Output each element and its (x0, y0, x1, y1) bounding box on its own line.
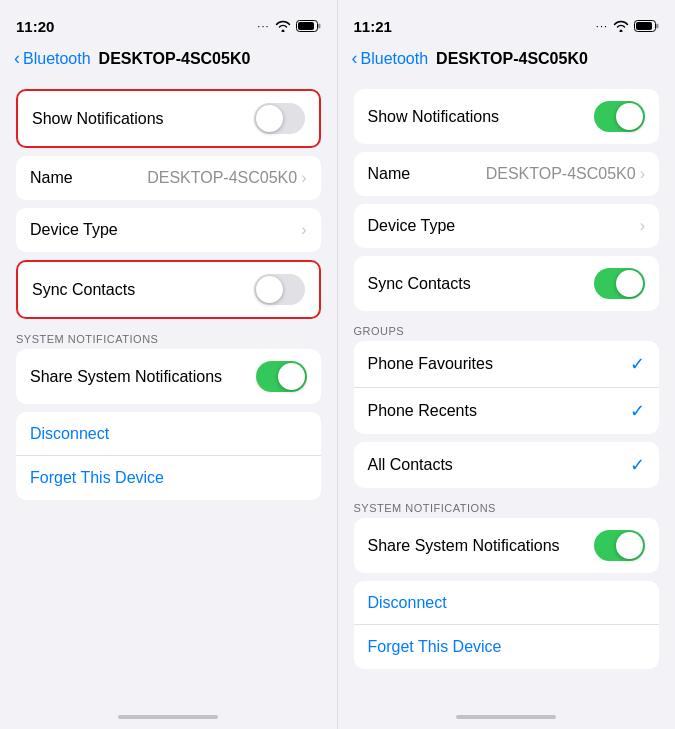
show-notifications-label-1: Show Notifications (32, 110, 164, 128)
sync-contacts-group-2: Sync Contacts (354, 256, 660, 311)
disconnect-button-1[interactable]: Disconnect (30, 425, 109, 443)
name-group-1: Name DESKTOP-4SC05K0 › (16, 156, 321, 200)
back-chevron-icon: ‹ (14, 48, 20, 69)
name-group-2: Name DESKTOP-4SC05K0 › (354, 152, 660, 196)
disconnect-row-1[interactable]: Disconnect (16, 412, 321, 456)
back-button-1[interactable]: ‹ Bluetooth (14, 48, 91, 69)
phone-rec-label-2: Phone Recents (368, 402, 477, 420)
toggle-knob (256, 105, 283, 132)
wifi-icon-2 (613, 20, 629, 32)
status-time-2: 11:21 (354, 18, 392, 35)
phone-rec-row-2[interactable]: Phone Recents ✓ (354, 388, 660, 434)
name-value-1: DESKTOP-4SC05K0 › (147, 169, 306, 187)
home-indicator-2 (338, 709, 676, 729)
device-type-row-1[interactable]: Device Type › (16, 208, 321, 252)
system-notifications-section-1: SYSTEM NOTIFICATIONS Share System Notifi… (0, 327, 337, 404)
nav-title-1: DESKTOP-4SC05K0 (99, 50, 251, 68)
panel-2: 11:21 ··· ‹ Bluetooth DESKTOP-4SC05K0 (338, 0, 676, 729)
disconnect-button-2[interactable]: Disconnect (368, 594, 447, 612)
device-type-group-2: Device Type › (354, 204, 660, 248)
status-time-1: 11:20 (16, 18, 54, 35)
all-contacts-row-2[interactable]: All Contacts ✓ (354, 442, 660, 488)
wifi-icon (275, 20, 291, 32)
share-system-group-1: Share System Notifications (16, 349, 321, 404)
phone-fav-row-2[interactable]: Phone Favourites ✓ (354, 341, 660, 388)
name-value-2: DESKTOP-4SC05K0 › (486, 165, 645, 183)
name-chevron-icon: › (301, 169, 306, 187)
show-notifications-group-1: Show Notifications (16, 89, 321, 148)
system-notifications-section-2: SYSTEM NOTIFICATIONS Share System Notifi… (338, 496, 676, 573)
back-button-2[interactable]: ‹ Bluetooth (352, 48, 429, 69)
device-type-label-1: Device Type (30, 221, 118, 239)
toggle-knob (256, 276, 283, 303)
disconnect-row-2[interactable]: Disconnect (354, 581, 660, 625)
svg-rect-5 (636, 22, 652, 30)
show-notifications-toggle-1[interactable] (254, 103, 305, 134)
name-chevron-icon-2: › (640, 165, 645, 183)
sync-contacts-row-2: Sync Contacts (354, 256, 660, 311)
content-1: Show Notifications Name DESKTOP-4SC05K0 … (0, 77, 337, 709)
nav-bar-1: ‹ Bluetooth DESKTOP-4SC05K0 (0, 44, 337, 77)
show-notifications-toggle-2[interactable] (594, 101, 645, 132)
signal-dots-icon-2: ··· (596, 20, 608, 32)
nav-bar-2: ‹ Bluetooth DESKTOP-4SC05K0 (338, 44, 676, 77)
device-type-chevron-icon: › (301, 221, 306, 239)
share-system-row-1: Share System Notifications (16, 349, 321, 404)
groups-section-2: GROUPS Phone Favourites ✓ Phone Recents … (338, 319, 676, 434)
system-notifications-label-1: SYSTEM NOTIFICATIONS (0, 327, 337, 349)
show-notifications-group-2: Show Notifications (354, 89, 660, 144)
all-contacts-group-2: All Contacts ✓ (354, 442, 660, 488)
actions-group-1: Disconnect Forget This Device (16, 412, 321, 500)
back-label-2: Bluetooth (361, 50, 429, 68)
forget-button-2[interactable]: Forget This Device (368, 638, 502, 656)
battery-icon (296, 20, 321, 32)
phone-fav-label-2: Phone Favourites (368, 355, 493, 373)
forget-button-1[interactable]: Forget This Device (30, 469, 164, 487)
name-row-2: Name DESKTOP-4SC05K0 › (354, 152, 660, 196)
home-bar-1 (118, 715, 218, 719)
svg-rect-1 (318, 24, 321, 29)
status-bar-1: 11:20 ··· (0, 0, 337, 44)
forget-row-2[interactable]: Forget This Device (354, 625, 660, 669)
toggle-knob (616, 532, 643, 559)
status-icons-2: ··· (596, 20, 659, 32)
nav-title-2: DESKTOP-4SC05K0 (436, 50, 588, 68)
name-label-1: Name (30, 169, 73, 187)
battery-icon-2 (634, 20, 659, 32)
device-type-group-1: Device Type › (16, 208, 321, 252)
device-type-row-2[interactable]: Device Type › (354, 204, 660, 248)
device-type-chevron-icon-2: › (640, 217, 645, 235)
status-icons-1: ··· (257, 20, 320, 32)
forget-row-1[interactable]: Forget This Device (16, 456, 321, 500)
share-system-label-2: Share System Notifications (368, 537, 560, 555)
toggle-knob (616, 103, 643, 130)
groups-label-2: GROUPS (338, 319, 676, 341)
sync-contacts-row-1: Sync Contacts (18, 262, 319, 317)
sync-contacts-toggle-2[interactable] (594, 268, 645, 299)
svg-rect-2 (298, 22, 314, 30)
show-notifications-row-2: Show Notifications (354, 89, 660, 144)
show-notifications-row-1: Show Notifications (18, 91, 319, 146)
home-indicator-1 (0, 709, 337, 729)
toggle-knob (278, 363, 305, 390)
sync-contacts-toggle-1[interactable] (254, 274, 305, 305)
status-bar-2: 11:21 ··· (338, 0, 676, 44)
share-system-label-1: Share System Notifications (30, 368, 222, 386)
back-label-1: Bluetooth (23, 50, 91, 68)
share-system-row-2: Share System Notifications (354, 518, 660, 573)
back-chevron-icon-2: ‹ (352, 48, 358, 69)
share-system-group-2: Share System Notifications (354, 518, 660, 573)
all-contacts-label-2: All Contacts (368, 456, 453, 474)
share-system-toggle-2[interactable] (594, 530, 645, 561)
show-notifications-label-2: Show Notifications (368, 108, 500, 126)
share-system-toggle-1[interactable] (256, 361, 307, 392)
all-contacts-check-2: ✓ (630, 454, 645, 476)
name-label-2: Name (368, 165, 411, 183)
panel-1: 11:20 ··· ‹ Bluetooth DESKTOP-4SC05K0 (0, 0, 338, 729)
phone-rec-check-2: ✓ (630, 400, 645, 422)
home-bar-2 (456, 715, 556, 719)
name-row-1: Name DESKTOP-4SC05K0 › (16, 156, 321, 200)
actions-group-2: Disconnect Forget This Device (354, 581, 660, 669)
system-notifications-label-2: SYSTEM NOTIFICATIONS (338, 496, 676, 518)
sync-contacts-label-2: Sync Contacts (368, 275, 471, 293)
